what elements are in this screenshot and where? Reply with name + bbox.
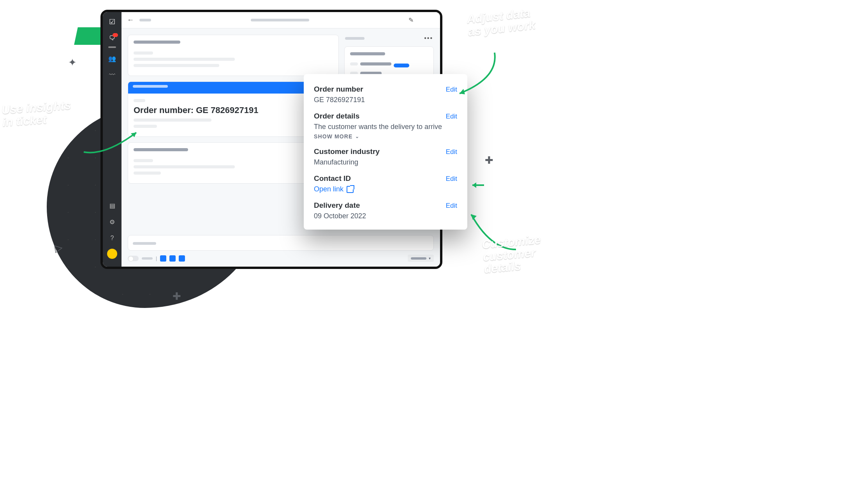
composer-chip[interactable] [179,255,185,262]
field-value-order-number: GE 7826927191 [314,96,457,104]
annotation-top-right: Adjust data as you work [466,6,536,38]
edit-order-details[interactable]: Edit [446,113,457,120]
edit-customer-industry[interactable]: Edit [446,148,457,156]
arrow-top-right [452,51,498,97]
edit-contact-id[interactable]: Edit [446,175,457,183]
field-value-delivery-date: 09 October 2022 [314,212,457,220]
show-more-button[interactable]: SHOW MORE ⌄ [314,133,457,140]
details-panel: Order number Edit GE 7826927191 Order de… [304,74,467,230]
composer: | ▾ [128,235,434,262]
right-title-placeholder [345,37,364,40]
composer-input[interactable] [128,235,434,251]
more-icon[interactable]: ••• [424,35,433,42]
decorative-plus-icon: ✦ [68,57,77,69]
composer-toggle[interactable] [128,256,139,261]
nav-label-placeholder [108,46,116,48]
nav-help-icon[interactable]: ? [106,232,118,244]
order-number-heading: Order number: GE 7826927191 [134,105,333,115]
field-label-order-details: Order details [314,112,359,120]
composer-chip[interactable] [169,255,176,262]
edit-icon[interactable]: ✎ [408,16,414,24]
nav-analytics-icon[interactable]: 〰 [106,69,118,81]
nav-contacts-icon[interactable]: 👥 [106,53,118,64]
breadcrumb-placeholder [139,19,151,21]
avatar[interactable] [107,249,117,259]
chevron-down-icon: ⌄ [355,134,359,139]
edit-delivery-date[interactable]: Edit [446,202,457,210]
nav-settings-icon[interactable]: ⚙ [106,216,118,228]
top-bar: ← ✎ [121,12,440,28]
field-value-customer-industry: Manufacturing [314,158,457,166]
field-value-order-details: The customer wants the delivery to arriv… [314,123,457,131]
composer-toggle-label [142,257,153,260]
field-label-contact-id: Contact ID [314,174,351,183]
contact-id-open-link[interactable]: Open link [314,185,457,193]
composer-send-dropdown[interactable]: ▾ [408,255,434,262]
annotation-left: Use insights in ticket [1,99,72,128]
arrow-mid-right [469,179,485,191]
field-label-customer-industry: Customer industry [314,147,380,156]
back-icon[interactable]: ← [127,16,134,24]
external-link-icon [347,186,354,193]
annotation-bottom-right: Customize customer details [481,233,543,275]
nav-library-icon[interactable]: ▤ [106,200,118,211]
message-card [128,35,339,76]
composer-chip[interactable] [160,255,166,262]
decorative-plus-icon: ✚ [485,154,493,166]
decorative-plus-icon: ✚ [173,290,181,302]
nav-inbox-icon[interactable]: 🗨 [106,32,118,44]
app-logo-icon[interactable]: ☑ [106,16,118,28]
field-label-delivery-date: Delivery date [314,201,360,210]
field-label-order-number: Order number [314,85,363,94]
title-placeholder [251,19,309,21]
arrow-left [82,129,140,156]
